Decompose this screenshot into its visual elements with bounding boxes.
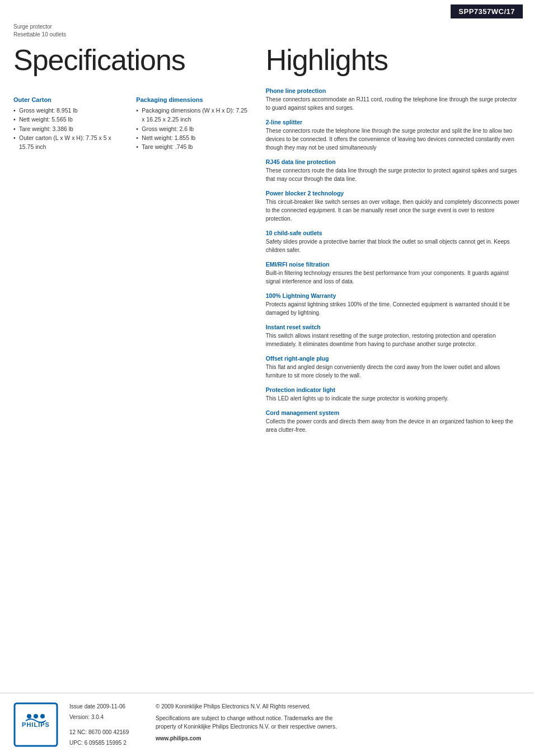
highlight-item: Power blocker 2 technology This circuit-…	[266, 190, 521, 223]
highlight-heading: Protection indicator light	[266, 386, 521, 393]
highlight-heading: 100% Lightning Warranty	[266, 292, 521, 299]
list-item: Gross weight: 8.951 lb	[13, 106, 125, 115]
highlight-text: Collects the power cords and directs the…	[266, 417, 521, 434]
highlight-text: These connectors route the data line thr…	[266, 166, 521, 183]
packaging-heading: Packaging dimensions	[136, 96, 247, 103]
top-meta: Surge protector Resettable 10 outlets	[0, 18, 534, 39]
version-row: Version: 3.0.4	[69, 713, 142, 721]
highlight-text: These connectors route the telephone lin…	[266, 127, 521, 152]
page: SPP7357WC/17 Surge protector Resettable …	[0, 0, 534, 756]
list-item: Packaging dimensions (W x H x D): 7.25 x…	[136, 106, 247, 124]
upc-value: 6 09585 15995 2	[85, 740, 127, 746]
highlight-item: Phone line protection These connectors a…	[266, 87, 521, 112]
version-label: Version:	[69, 714, 91, 720]
footer-legal: © 2009 Koninklijke Philips Electronics N…	[156, 702, 346, 743]
upc-label: UPC:	[69, 740, 85, 746]
subtitle-label: Resettable 10 outlets	[13, 31, 521, 39]
outer-carton-heading: Outer Carton	[13, 96, 125, 103]
issue-date-label: Issue date	[69, 703, 97, 710]
issue-date-row: Issue date 2009-11-06	[69, 702, 142, 711]
highlight-heading: EMI/RFI noise filtration	[266, 261, 521, 268]
highlight-item: Cord management system Collects the powe…	[266, 409, 521, 434]
highlight-item: Protection indicator light This LED aler…	[266, 386, 521, 403]
list-item: Tare weight: .745 lb	[136, 142, 247, 151]
highlight-item: 10 child-safe outlets Safety slides prov…	[266, 230, 521, 254]
legal-text: Specifications are subject to change wit…	[156, 714, 346, 731]
copyright-text: © 2009 Koninklijke Philips Electronics N…	[156, 702, 346, 711]
footer-meta: Issue date 2009-11-06 Version: 3.0.4 12 …	[69, 702, 142, 747]
list-item: Tare weight: 3.386 lb	[13, 124, 125, 133]
nc-row: 12 NC: 8670 000 42169	[69, 728, 142, 736]
highlight-text: Built-in filtering technology ensures th…	[266, 269, 521, 286]
highlight-text: Protects against lightning strikes 100% …	[266, 300, 521, 317]
philips-logo: PHILIPS	[13, 702, 58, 747]
highlight-text: This circuit-breaker like switch senses …	[266, 198, 521, 223]
footer: PHILIPS Issue date 2009-11-06 Version:	[0, 693, 534, 756]
highlight-heading: Cord management system	[266, 409, 521, 416]
website-link[interactable]: www.philips.com	[156, 734, 346, 743]
highlight-text: This flat and angled design conveniently…	[266, 363, 521, 380]
outer-carton-list: Gross weight: 8.951 lb Nett weight: 5.56…	[13, 106, 125, 151]
highlights-title: Highlights	[266, 44, 521, 76]
category-label: Surge protector	[13, 23, 521, 31]
packaging-list: Packaging dimensions (W x H x D): 7.25 x…	[136, 106, 247, 151]
highlight-text: This LED alert lights up to indicate the…	[266, 394, 521, 403]
nc-label: 12 NC:	[69, 729, 88, 735]
highlight-heading: Power blocker 2 technology	[266, 190, 521, 197]
nc-value: 8670 000 42169	[88, 729, 129, 735]
list-item: Outer carton (L x W x H): 7.75 x 5 x 15.…	[13, 133, 125, 152]
svg-point-4	[40, 714, 45, 718]
list-item: Gross weight: 2.6 lb	[136, 124, 247, 133]
version-value: 3.0.4	[91, 714, 104, 720]
highlight-text: Safety slides provide a protective barri…	[266, 237, 521, 254]
highlight-heading: 2-line splitter	[266, 119, 521, 125]
right-col: Highlights Phone line protection These c…	[257, 39, 523, 693]
highlight-item: EMI/RFI noise filtration Built-in filter…	[266, 261, 521, 286]
svg-point-3	[34, 714, 38, 718]
page-title: Specifications	[13, 44, 248, 76]
highlight-heading: 10 child-safe outlets	[266, 230, 521, 236]
header-bar: SPP7357WC/17	[0, 0, 534, 18]
svg-point-2	[27, 714, 31, 718]
highlight-heading: Offset right-angle plug	[266, 355, 521, 362]
highlight-heading: Instant reset switch	[266, 324, 521, 330]
highlight-item: Offset right-angle plug This flat and an…	[266, 355, 521, 380]
highlight-item: 2-line splitter These connectors route t…	[266, 119, 521, 152]
left-col: Specifications Outer Carton Gross weight…	[11, 39, 257, 693]
highlight-text: This switch allows instant resetting of …	[266, 332, 521, 348]
list-item: Nett weight: 1.855 lb	[136, 133, 247, 142]
main-content: Specifications Outer Carton Gross weight…	[0, 39, 534, 693]
svg-text:PHILIPS: PHILIPS	[22, 721, 50, 728]
highlight-item: RJ45 data line protection These connecto…	[266, 158, 521, 183]
highlight-item: Instant reset switch This switch allows …	[266, 324, 521, 348]
product-badge: SPP7357WC/17	[451, 4, 523, 18]
highlight-heading: RJ45 data line protection	[266, 158, 521, 165]
highlight-text: These connectors accommodate an RJ11 cor…	[266, 95, 521, 112]
highlight-heading: Phone line protection	[266, 87, 521, 94]
outer-carton-section: Outer Carton Gross weight: 8.951 lb Nett…	[13, 87, 125, 151]
upc-row: UPC: 6 09585 15995 2	[69, 739, 142, 747]
spec-cols: Outer Carton Gross weight: 8.951 lb Nett…	[13, 87, 248, 151]
list-item: Nett weight: 5.565 lb	[13, 115, 125, 124]
packaging-section: Packaging dimensions Packaging dimension…	[136, 87, 247, 151]
highlight-item: 100% Lightning Warranty Protects against…	[266, 292, 521, 317]
issue-date-value: 2009-11-06	[97, 703, 125, 710]
